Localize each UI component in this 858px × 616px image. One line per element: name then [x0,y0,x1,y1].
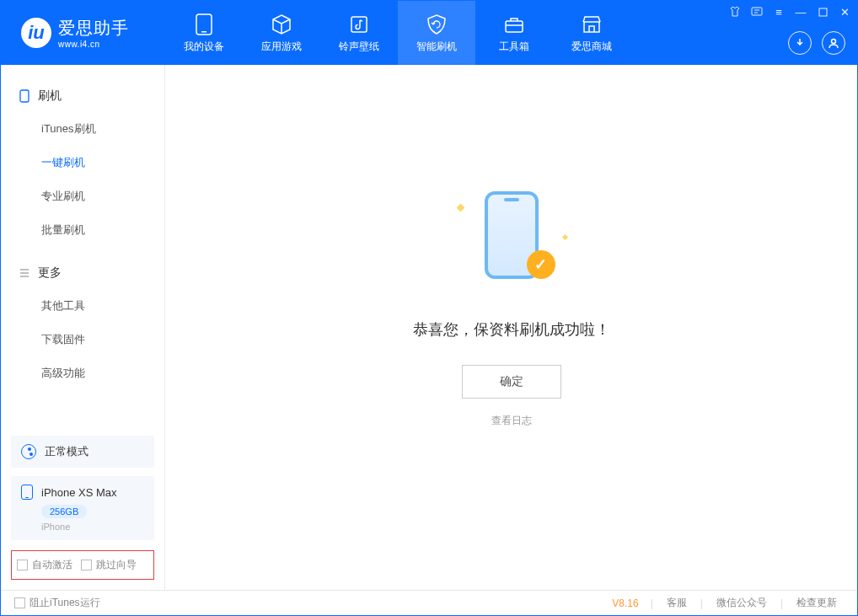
device-panel: 正常模式 iPhone XS Max 256GB iPhone [1,427,164,540]
sidebar: 刷机 iTunes刷机 一键刷机 专业刷机 批量刷机 更多 其他工具 下载固件 … [1,65,165,590]
cube-icon [270,13,293,36]
tab-label: 应用游戏 [261,40,302,54]
window-controls: ≡ — ✕ [727,4,852,19]
app-header: iu 爱思助手 www.i4.cn 我的设备 应用游戏 铃声壁纸 [1,1,857,65]
nav-section-header-flash[interactable]: 刷机 [1,80,164,112]
checkmark-badge-icon: ✓ [527,250,555,279]
section-title: 刷机 [38,88,62,104]
tab-label: 工具箱 [499,40,529,54]
nav-item-pro-flash[interactable]: 专业刷机 [1,179,164,213]
store-icon [580,13,603,36]
main-tabs: 我的设备 应用游戏 铃声壁纸 智能刷机 工具箱 [165,1,630,65]
nav-item-other-tools[interactable]: 其他工具 [1,289,164,323]
logo-area: iu 爱思助手 www.i4.cn [1,17,165,49]
sparkle-icon [456,204,464,212]
mode-box[interactable]: 正常模式 [11,436,154,468]
feedback-icon[interactable] [749,4,764,19]
tab-smart-flash[interactable]: 智能刷机 [398,1,475,65]
svg-rect-7 [20,90,29,102]
close-button[interactable]: ✕ [837,4,852,19]
version-label: V8.16 [612,597,638,609]
tab-my-device[interactable]: 我的设备 [165,1,243,65]
success-illustration: ✓ [453,176,571,294]
nav-item-itunes-flash[interactable]: iTunes刷机 [1,112,164,146]
shield-refresh-icon [425,13,448,36]
phone-icon [21,485,33,500]
tab-label: 智能刷机 [416,40,457,54]
svg-rect-1 [201,31,206,33]
menu-icon[interactable]: ≡ [771,4,786,19]
mode-text: 正常模式 [45,444,88,459]
minimize-button[interactable]: — [793,4,808,19]
checkbox-row-highlighted: 自动激活 跳过向导 [11,550,154,580]
tshirt-icon[interactable] [727,4,743,19]
app-subtitle: www.i4.cn [58,40,129,49]
status-bar: 阻止iTunes运行 V8.16 | 客服 | 微信公众号 | 检查更新 [1,590,857,615]
footer-link-wechat[interactable]: 微信公众号 [710,596,774,610]
footer-right: V8.16 | 客服 | 微信公众号 | 检查更新 [612,596,844,610]
phone-outline-icon [18,89,31,103]
sidebar-nav: 刷机 iTunes刷机 一键刷机 专业刷机 批量刷机 更多 其他工具 下载固件 … [1,65,164,427]
nav-item-download-firmware[interactable]: 下载固件 [1,323,164,356]
separator: | [700,597,703,609]
checkbox-skip-guide[interactable]: 跳过向导 [81,558,137,572]
svg-rect-2 [351,17,367,32]
device-row: iPhone XS Max [21,485,144,500]
checkbox-block-itunes[interactable]: 阻止iTunes运行 [14,596,100,610]
section-title: 更多 [38,265,62,281]
app-title: 爱思助手 [58,17,129,40]
tab-toolbox[interactable]: 工具箱 [475,1,553,65]
checkbox-auto-activate[interactable]: 自动激活 [17,558,72,572]
svg-rect-3 [506,21,523,32]
device-capacity: 256GB [41,505,87,518]
success-message: 恭喜您，保资料刷机成功啦！ [413,319,610,340]
app-body: 刷机 iTunes刷机 一键刷机 专业刷机 批量刷机 更多 其他工具 下载固件 … [1,65,857,590]
sparkle-icon [561,234,567,240]
app-logo-icon: iu [21,18,51,48]
mode-icon [21,444,36,459]
footer-link-support[interactable]: 客服 [660,596,694,610]
nav-section-more: 更多 其他工具 下载固件 高级功能 [1,252,164,395]
checkbox-label: 自动激活 [32,558,72,572]
maximize-button[interactable] [815,4,830,19]
checkbox-label: 跳过向导 [96,558,137,572]
checkbox-box [17,560,28,570]
separator: | [780,597,783,609]
checkbox-label: 阻止iTunes运行 [29,596,100,610]
checkbox-box [81,560,92,570]
nav-item-oneclick-flash[interactable]: 一键刷机 [1,146,164,179]
footer-link-update[interactable]: 检查更新 [790,596,844,610]
tab-label: 铃声壁纸 [339,40,379,54]
tab-ringtones-wallpapers[interactable]: 铃声壁纸 [320,1,398,65]
logo-text: 爱思助手 www.i4.cn [58,17,129,49]
toolbox-icon [502,13,526,36]
nav-item-batch-flash[interactable]: 批量刷机 [1,213,164,247]
svg-rect-4 [752,8,762,15]
confirm-button[interactable]: 确定 [462,365,561,399]
checkbox-box [14,597,25,608]
download-button[interactable] [788,31,812,55]
svg-point-6 [832,40,836,44]
tab-store[interactable]: 爱思商城 [553,1,630,65]
nav-section-flash: 刷机 iTunes刷机 一键刷机 专业刷机 批量刷机 [1,75,164,252]
device-box[interactable]: iPhone XS Max 256GB iPhone [11,476,154,540]
tab-apps-games[interactable]: 应用游戏 [243,1,320,65]
device-type: iPhone [41,522,144,532]
tab-label: 爱思商城 [571,40,612,54]
tab-label: 我的设备 [184,40,224,54]
device-name: iPhone XS Max [41,486,117,499]
separator: | [651,597,653,609]
header-actions [788,31,845,55]
main-content: ✓ 恭喜您，保资料刷机成功啦！ 确定 查看日志 [165,65,857,590]
device-icon [192,13,216,36]
list-icon [18,266,31,280]
nav-section-header-more[interactable]: 更多 [1,257,164,289]
music-note-icon [347,13,371,36]
svg-rect-5 [819,8,827,16]
account-button[interactable] [822,31,845,55]
view-log-link[interactable]: 查看日志 [491,414,532,428]
nav-item-advanced[interactable]: 高级功能 [1,356,164,390]
